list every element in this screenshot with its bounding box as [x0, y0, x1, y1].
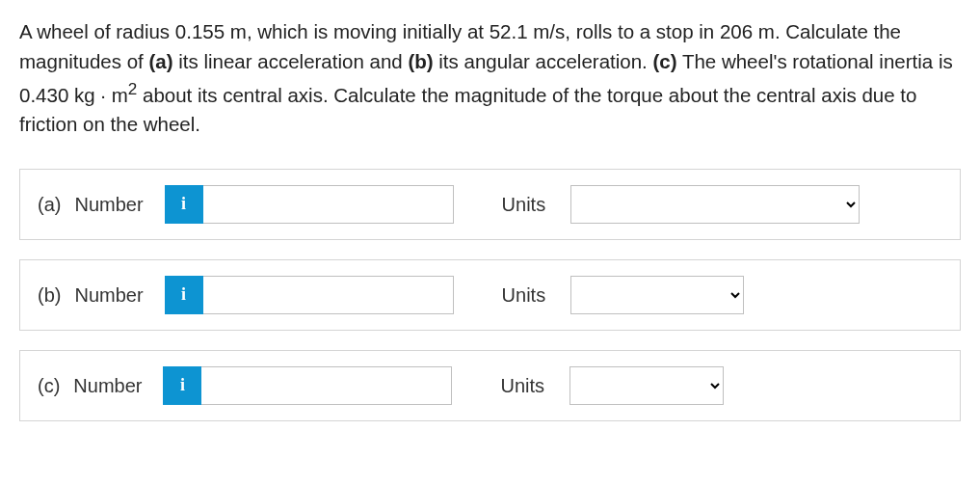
info-icon[interactable]: i: [163, 366, 201, 405]
units-select-a[interactable]: [570, 185, 860, 224]
part-label: (b): [38, 281, 61, 309]
number-label: Number: [74, 190, 143, 219]
number-input-c[interactable]: [201, 366, 452, 405]
number-label: Number: [73, 371, 142, 400]
units-label: Units: [502, 281, 546, 309]
answer-row-b: (b) Number i Units: [19, 259, 961, 331]
units-label: Units: [502, 190, 546, 219]
info-icon[interactable]: i: [165, 185, 203, 224]
answer-row-a: (a) Number i Units: [19, 169, 961, 240]
number-input-b[interactable]: [203, 276, 454, 314]
info-icon[interactable]: i: [165, 276, 203, 314]
part-label: (c): [38, 371, 60, 400]
number-input-a[interactable]: [203, 185, 454, 224]
part-label: (a): [38, 190, 61, 219]
number-label: Number: [74, 281, 143, 309]
units-select-b[interactable]: [570, 276, 744, 314]
problem-statement: A wheel of radius 0.155 m, which is movi…: [19, 17, 961, 140]
units-label: Units: [500, 371, 544, 400]
units-select-c[interactable]: [569, 366, 724, 405]
answer-row-c: (c) Number i Units: [19, 350, 961, 421]
